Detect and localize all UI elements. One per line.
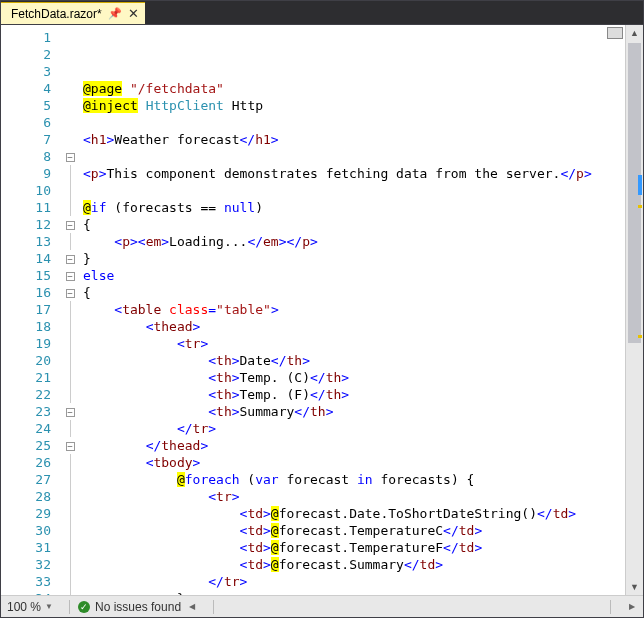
change-marker [638,205,642,208]
line-number: 33 [1,573,51,590]
code-line[interactable]: <tr> [83,335,625,352]
fold-cell [61,46,79,63]
code-line[interactable]: <thead> [83,318,625,335]
code-line[interactable] [83,114,625,131]
fold-cell [61,556,79,573]
fold-cell [61,573,79,590]
code-editor[interactable]: @page "/fetchdata"@inject HttpClient Htt… [79,25,625,595]
change-marker [638,335,642,338]
fold-cell[interactable]: − [61,284,79,301]
code-line[interactable]: </tr> [83,573,625,590]
code-line[interactable]: } [83,590,625,595]
code-line[interactable] [83,148,625,165]
scroll-down-arrow[interactable]: ▼ [626,579,643,595]
fold-cell [61,233,79,250]
code-line[interactable]: </tr> [83,420,625,437]
code-line[interactable]: { [83,284,625,301]
line-number: 9 [1,165,51,182]
line-number: 22 [1,386,51,403]
fold-cell [61,539,79,556]
pin-icon[interactable]: 📌 [108,7,122,20]
editor-window: FetchData.razor* 📌 ✕ 1234567891011121314… [0,0,644,618]
code-line[interactable]: @foreach (var forecast in forecasts) { [83,471,625,488]
line-number: 20 [1,352,51,369]
scroll-right-arrow[interactable]: ▶ [625,602,639,611]
scroll-left-arrow[interactable]: ◀ [185,602,199,611]
fold-cell[interactable]: − [61,148,79,165]
line-number: 12 [1,216,51,233]
horizontal-scrollbar[interactable]: ◀ ▶ [185,600,639,614]
code-line[interactable]: <tr> [83,488,625,505]
chevron-down-icon: ▼ [45,602,53,611]
tab-bar: FetchData.razor* 📌 ✕ [1,1,643,25]
code-line[interactable]: </thead> [83,437,625,454]
zoom-dropdown[interactable]: 100 % ▼ [1,600,61,614]
code-line[interactable]: <td>@forecast.Date.ToShortDateString()</… [83,505,625,522]
line-number: 23 [1,403,51,420]
fold-cell [61,386,79,403]
code-line[interactable]: <td>@forecast.TemperatureC</td> [83,522,625,539]
code-line[interactable]: @page "/fetchdata" [83,80,625,97]
code-line[interactable]: else [83,267,625,284]
editor-area: 1234567891011121314151617181920212223242… [1,25,643,595]
fold-cell [61,454,79,471]
line-number-gutter: 1234567891011121314151617181920212223242… [1,25,61,595]
code-line[interactable]: <h1>Weather forecast</h1> [83,131,625,148]
code-line[interactable]: <td>@forecast.Summary</td> [83,556,625,573]
code-line[interactable]: <table class="table"> [83,301,625,318]
check-circle-icon: ✓ [78,601,90,613]
line-number: 29 [1,505,51,522]
fold-cell [61,80,79,97]
zoom-value: 100 % [7,600,41,614]
fold-cell [61,301,79,318]
scroll-up-arrow[interactable]: ▲ [626,25,643,41]
file-tab[interactable]: FetchData.razor* 📌 ✕ [1,2,145,24]
fold-cell [61,471,79,488]
code-line[interactable]: @inject HttpClient Http [83,97,625,114]
fold-cell [61,318,79,335]
fold-cell [61,29,79,46]
split-editor-icon[interactable] [607,27,623,39]
line-number: 6 [1,114,51,131]
code-line[interactable]: <td>@forecast.TemperatureF</td> [83,539,625,556]
code-line[interactable]: { [83,216,625,233]
line-number: 17 [1,301,51,318]
line-number: 25 [1,437,51,454]
tab-filename: FetchData.razor* [11,7,102,21]
fold-cell[interactable]: − [61,250,79,267]
code-line[interactable]: <p><em>Loading...</em></p> [83,233,625,250]
code-line[interactable] [83,182,625,199]
code-line[interactable]: <p>This component demonstrates fetching … [83,165,625,182]
code-line[interactable]: <th>Temp. (C)</th> [83,369,625,386]
code-line[interactable]: <th>Temp. (F)</th> [83,386,625,403]
fold-cell [61,199,79,216]
line-number: 10 [1,182,51,199]
fold-cell[interactable]: − [61,403,79,420]
fold-cell [61,182,79,199]
fold-cell [61,505,79,522]
vertical-scrollbar[interactable]: ▲ ▼ [625,25,643,595]
fold-cell[interactable]: − [61,267,79,284]
code-line[interactable]: } [83,250,625,267]
hscroll-track[interactable] [213,600,611,614]
line-number: 5 [1,97,51,114]
fold-cell[interactable]: − [61,437,79,454]
fold-cell [61,97,79,114]
fold-cell [61,522,79,539]
fold-cell [61,488,79,505]
fold-cell[interactable]: − [61,216,79,233]
code-line[interactable]: <th>Date</th> [83,352,625,369]
line-number: 13 [1,233,51,250]
fold-cell [61,165,79,182]
line-number: 1 [1,29,51,46]
fold-cell [61,335,79,352]
code-line[interactable]: <th>Summary</th> [83,403,625,420]
code-line[interactable]: <tbody> [83,454,625,471]
line-number: 8 [1,148,51,165]
line-number: 4 [1,80,51,97]
line-number: 19 [1,335,51,352]
code-folding-column[interactable]: −−−−−−− [61,25,79,595]
code-line[interactable]: @if (forecasts == null) [83,199,625,216]
close-icon[interactable]: ✕ [128,7,139,20]
line-number: 31 [1,539,51,556]
